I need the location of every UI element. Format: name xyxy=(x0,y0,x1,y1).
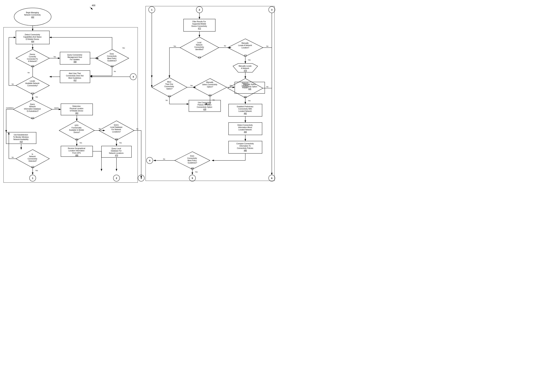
node-478: Manually Locate A Network 478 xyxy=(239,65,252,72)
node-414-id: 414 xyxy=(31,92,34,94)
node-488-id: 488 xyxy=(191,167,194,169)
label-488-no: No xyxy=(163,158,165,160)
fig-number: 400 xyxy=(92,4,95,7)
connector-5: 5 xyxy=(192,177,193,179)
node-410-id: 410 xyxy=(111,65,114,67)
node-474-id: 474 xyxy=(198,56,201,58)
node-468-id: 468 xyxy=(115,138,118,140)
label-476-yes: Yes xyxy=(248,59,251,61)
label-468-yes: Yes xyxy=(119,142,122,144)
label-424-yes: Yes xyxy=(229,85,232,86)
label-480-no: No xyxy=(266,86,269,88)
label-422-yes: Yes xyxy=(190,85,193,86)
label-420-yes: Yes xyxy=(35,170,38,171)
label-414-no: No xyxy=(12,83,14,85)
node-406: Device Currently Connected To A Network? xyxy=(27,53,38,62)
connector-1-top: 1 xyxy=(151,9,153,11)
connector-6: 6 xyxy=(271,177,272,179)
node-476: Manually Locate A Network Location? xyxy=(238,42,253,49)
label-406-no: No xyxy=(27,72,30,73)
node-424-id: 424 xyxy=(209,94,212,96)
node-422-id: 422 xyxy=(168,95,171,97)
node-472: Filter Results For Supported Mobile Devi… xyxy=(191,21,208,29)
node-486: Compare Connectivity Information To Conn… xyxy=(236,143,254,152)
label-406-yes: Yes xyxy=(53,56,56,58)
node-404: Detect Connectivity Capabilities And Sta… xyxy=(23,34,42,42)
connector-2-top: 2 xyxy=(199,9,200,11)
node-424: Manually Select Connectivity Option? xyxy=(202,81,218,88)
label-422-no: No xyxy=(165,99,168,101)
connector-2-bottom: 2 xyxy=(116,177,117,179)
svg-rect-52 xyxy=(4,27,138,183)
node-476-id: 476 xyxy=(244,55,247,56)
label-464-yes: Yes xyxy=(79,142,82,144)
label-468-no: No xyxy=(136,128,138,130)
connector-1-left: 1 xyxy=(32,177,33,179)
node-418: Use Autodetection To Monitor Wireless Ne… xyxy=(13,134,29,143)
label-480-yes: Yes xyxy=(248,100,251,102)
node-463: Determine Physical Location Of Mobile De… xyxy=(70,105,84,114)
node-410: Does Connectivity Meet Policy Guidelines… xyxy=(107,53,117,62)
node-408: Query Connectivity Management Host For U… xyxy=(67,54,82,63)
svg-line-1 xyxy=(90,7,93,10)
node-420-id: 420 xyxy=(31,166,34,168)
label-474-yes: Yes xyxy=(173,45,176,47)
node-470: Query Local Database For Network Locatio… xyxy=(109,148,124,156)
label-420-no: No xyxy=(12,156,14,158)
flowchart-diagram: 400 Begin Managing Network Connectivity … xyxy=(0,0,278,196)
connector-4-right: 4 xyxy=(149,160,150,162)
label-474-no: No xyxy=(224,45,226,47)
node-468: Query Local Database For Network Locatio… xyxy=(110,124,123,133)
label-414-yes: Yes xyxy=(35,96,38,98)
node-412: Alert User That Connectivity Does Not Me… xyxy=(66,72,84,81)
node-482: Establish Preliminary Connectivity With … xyxy=(237,106,254,114)
label-424-no: No xyxy=(213,99,215,101)
node-480: Network Location Found? xyxy=(242,82,249,89)
node-406-id: 406 xyxy=(31,65,34,67)
label-410-no: No xyxy=(114,71,116,72)
connector-3-bottom: 3 xyxy=(141,177,142,179)
node-488: Does Connectivity Meet Policy Guidelines… xyxy=(187,155,197,164)
label-488-yes: Yes xyxy=(195,171,198,173)
label-416-auto: Autodetect xyxy=(6,107,14,109)
node-402: Begin Managing Network Connectivity 402 xyxy=(24,12,41,18)
connector-3-top: 3 xyxy=(271,9,272,11)
node-464: GPS Functionality Available In Mobile De… xyxy=(69,125,84,133)
node-464-id: 464 xyxy=(75,138,78,140)
label-476-no: No xyxy=(266,45,269,47)
node-416: Query Network Information Database Or Au… xyxy=(24,103,41,112)
node-422: More Than One Connectivity Option? xyxy=(164,81,174,90)
node-414: Locate Available Network Connectivity? xyxy=(25,80,40,87)
node-480-id: 480 xyxy=(244,96,247,98)
label-410-yes: Yes xyxy=(122,47,125,49)
label-464-no: No xyxy=(99,128,101,130)
node-428: Use Connectivity Policies To Select Conn… xyxy=(197,102,213,110)
connector-4-mid: 4 xyxy=(133,76,134,78)
label-416-query: Query xyxy=(54,107,59,109)
node-466: Receive Geographical Location Informatio… xyxy=(68,147,86,156)
node-416-id: 416 xyxy=(31,117,34,119)
node-420: Is Network Connectivity Detected? xyxy=(27,153,38,162)
node-484: Detect Connectivity Information About Lo… xyxy=(238,124,253,133)
node-474: Local Network Connectivity Identified? xyxy=(194,42,204,50)
node-426: Manually Select Connectivity Option 426 xyxy=(242,83,258,90)
